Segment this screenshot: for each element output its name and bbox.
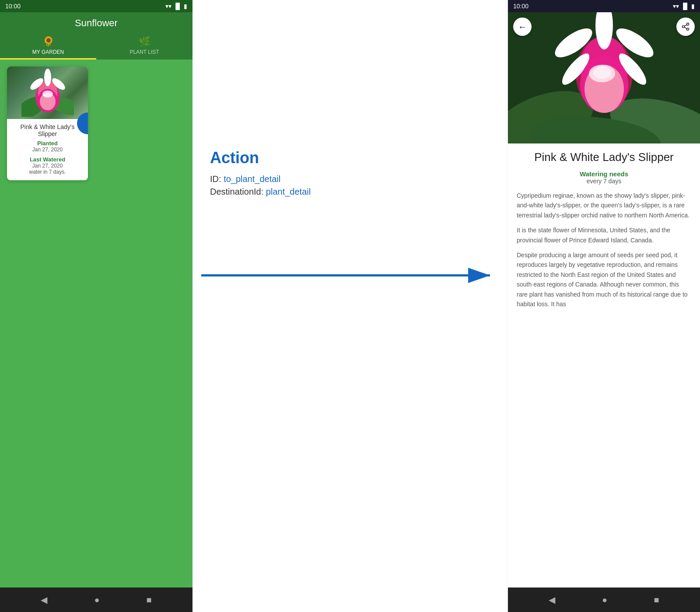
tab-plant-list[interactable]: 🌿 PLANT LIST [96,32,192,59]
left-nav-bar: ◀ ● ■ [0,588,192,612]
my-garden-icon: 🌻 [42,36,54,47]
right-time: 10:00 [513,3,528,10]
action-dest-label: DestinationId: [210,187,263,196]
action-id-row: ID: to_plant_detail [210,174,311,184]
right-status-bar: 10:00 ▾▾ ▐▌ ▮ [508,0,700,12]
tab-my-garden[interactable]: 🌻 MY GARDEN [0,32,96,59]
svg-point-27 [687,23,689,25]
right-recents-button[interactable]: ■ [654,595,659,605]
left-phone-panel: 10:00 ▾▾ ▐▌ ▮ Sunflower 🌻 MY GARDEN 🌿 PL… [0,0,192,612]
left-back-button[interactable]: ◀ [41,595,47,605]
navigation-arrow [192,0,508,612]
action-title: Action [210,149,311,167]
plant-detail-image: ← [508,12,700,143]
action-id-label: ID: [210,174,221,184]
right-battery-icon: ▮ [691,3,695,10]
right-back-button[interactable]: ◀ [549,595,555,605]
signal-icon: ▐▌ [173,3,182,10]
svg-point-26 [593,66,611,79]
plant-list-icon: 🌿 [139,36,150,47]
action-dest-row: DestinationId: plant_detail [210,187,311,197]
left-status-icons: ▾▾ ▐▌ ▮ [165,3,187,10]
right-nav-bar: ◀ ● ■ [508,588,700,612]
battery-icon: ▮ [184,3,187,10]
app-header: Sunflower 🌻 MY GARDEN 🌿 PLANT LIST [0,12,192,59]
middle-panel: Action ID: to_plant_detail DestinationId… [192,0,508,612]
tab-my-garden-label: MY GARDEN [32,49,64,55]
svg-point-29 [687,28,689,30]
svg-point-9 [42,91,53,98]
last-watered-date: Jan 27, 2020 [11,163,84,169]
app-title: Sunflower [75,17,118,29]
water-in-label: water in 7 days. [11,169,84,175]
svg-point-6 [44,69,51,86]
plant-card-info: Pink & White Lady's Slipper Planted Jan … [7,119,88,180]
detail-watering-label: Watering needs [517,170,691,178]
planted-label: Planted [11,140,84,147]
right-home-button[interactable]: ● [602,595,607,605]
left-recents-button[interactable]: ■ [146,595,151,605]
detail-description-1: Cypripedium reginae, known as the showy … [517,191,691,220]
detail-description-2: It is the state flower of Minnesota, Uni… [517,225,691,245]
left-home-button[interactable]: ● [94,595,99,605]
app-content: Pink & White Lady's Slipper Planted Jan … [0,59,192,588]
detail-plant-name: Pink & White Lady's Slipper [517,150,691,164]
planted-date: Jan 27, 2020 [11,147,84,153]
plant-card[interactable]: Pink & White Lady's Slipper Planted Jan … [7,66,88,180]
plant-card-name: Pink & White Lady's Slipper [11,123,84,137]
action-dest-value: plant_detail [266,187,311,196]
back-button[interactable]: ← [513,17,532,36]
action-section: Action ID: to_plant_detail DestinationId… [201,140,319,208]
detail-watering-freq: every 7 days [517,178,691,185]
tab-bar: 🌻 MY GARDEN 🌿 PLANT LIST [0,32,192,59]
right-phone-panel: 10:00 ▾▾ ▐▌ ▮ [508,0,700,612]
share-button[interactable] [676,17,695,36]
left-time: 10:00 [5,3,21,10]
svg-line-31 [684,24,687,26]
last-watered-label: Last Watered [11,156,84,163]
plant-detail-content: Pink & White Lady's Slipper Watering nee… [508,143,700,588]
tab-plant-list-label: PLANT LIST [130,49,159,55]
action-id-value: to_plant_detail [224,174,280,184]
right-status-icons: ▾▾ ▐▌ ▮ [673,3,695,10]
detail-description-3: Despite producing a large amount of seed… [517,250,691,309]
right-wifi-icon: ▾▾ [673,3,679,10]
svg-point-28 [682,26,685,28]
wifi-icon: ▾▾ [165,3,172,10]
left-status-bar: 10:00 ▾▾ ▐▌ ▮ [0,0,192,12]
plant-card-image [7,66,88,119]
right-signal-icon: ▐▌ [681,3,690,10]
svg-line-30 [684,27,687,28]
